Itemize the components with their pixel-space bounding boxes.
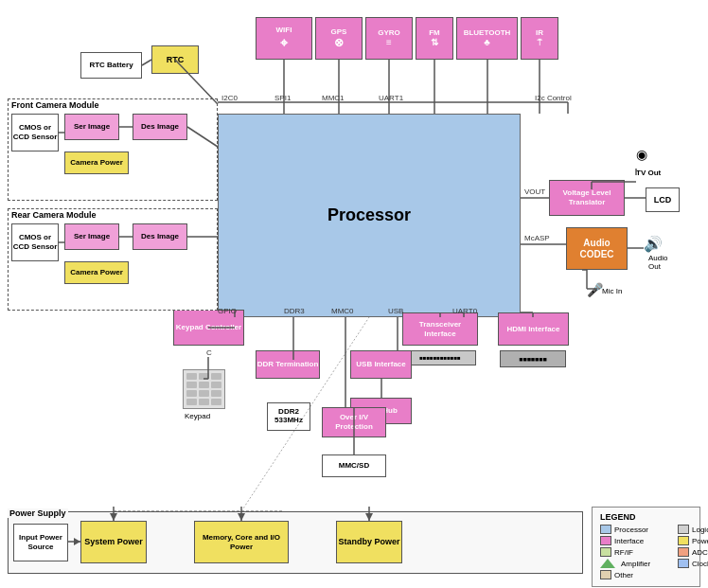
legend-interface: Interface — [600, 536, 666, 545]
input-power-block: Input Power Source — [13, 524, 68, 561]
svg-text:UART1: UART1 — [379, 94, 404, 102]
fm-block: FM ⇅ — [416, 17, 453, 60]
ir-block: IR ⍑ — [521, 17, 558, 60]
svg-text:SPI1: SPI1 — [274, 94, 292, 102]
legend-adcdac: ADC/DAC — [678, 547, 708, 557]
ser-image-front-label: Ser Image — [74, 122, 110, 132]
lcd-label: LCD — [654, 195, 672, 205]
transceiver-block: Transceiver Interface — [402, 312, 478, 346]
over-iv-label: Over I/V Protection — [323, 413, 385, 431]
fm-label: FM — [429, 28, 440, 37]
legend-amplifier: Amplifier — [600, 559, 666, 568]
system-power-label: System Power — [84, 537, 143, 547]
hdmi-interface-label: HDMI Interface — [506, 325, 559, 334]
front-camera-label: Front Camera Module — [11, 100, 99, 110]
ser-image-rear-label: Ser Image — [74, 232, 110, 241]
gyro-label: GYRO — [378, 28, 400, 37]
over-iv-block: Over I/V Protection — [322, 407, 386, 437]
camera-power-rear-block: Camera Power — [64, 261, 129, 284]
system-power-block: System Power — [80, 521, 147, 563]
lcd-block: LCD — [646, 187, 680, 212]
camera-power-front-label: Camera Power — [70, 158, 123, 168]
tv-icon: ◉ — [636, 147, 647, 162]
ddr-termination-block: DDR Termination — [256, 350, 320, 379]
legend-rfif-color — [600, 547, 611, 557]
audio-codec-label: Audio CODEC — [567, 238, 627, 260]
bluetooth-block: BLUETOOTH ♣ — [456, 17, 518, 60]
cmos-rear-block: CMOS or CCD Sensor — [11, 223, 59, 261]
des-image-rear-label: Des Image — [141, 232, 179, 241]
legend-adcdac-color — [678, 547, 689, 557]
legend-logic-color — [678, 525, 689, 534]
transceiver-label: Transceiver Interface — [403, 320, 477, 338]
cmos-rear-label: CMOS or CCD Sensor — [12, 233, 58, 251]
camera-power-front-block: Camera Power — [64, 151, 129, 174]
svg-text:I2C0: I2C0 — [221, 94, 238, 102]
gps-label: GPS — [331, 27, 347, 36]
camera-power-rear-label: Camera Power — [70, 268, 123, 277]
cmos-front-block: CMOS or CCD Sensor — [11, 114, 59, 151]
ser-image-front-block: Ser Image — [64, 114, 119, 140]
legend-logic: Logic — [678, 525, 708, 534]
des-image-rear-block: Des Image — [133, 223, 187, 250]
rtc-battery-label: RTC Battery — [89, 61, 133, 70]
amplifier-icon — [600, 559, 615, 568]
audio-out-label: AudioOut — [648, 254, 667, 271]
rear-camera-label: Rear Camera Module — [11, 210, 97, 220]
legend-title: LEGEND — [600, 512, 692, 522]
processor-label: Processor — [327, 205, 411, 226]
rtc-label: RTC — [167, 55, 185, 65]
voltage-level-label: Voltage Level Translator — [550, 188, 624, 206]
keypad-text-label: Keypad — [185, 412, 210, 420]
svg-text:VOUT: VOUT — [524, 187, 545, 196]
diagram: WIFI ⌖ GPS ⊗ GYRO ≡ FM ⇅ BLUETOOTH ♣ IR … — [0, 0, 708, 588]
cmos-front-label: CMOS or CCD Sensor — [12, 123, 58, 141]
gps-block: GPS ⊗ — [315, 17, 363, 60]
keypad-ctrl-label: Keypad Controller — [176, 323, 241, 332]
keypad-ctrl-block: Keypad Controller — [173, 310, 244, 346]
tv-out-label: TV Out — [636, 169, 661, 177]
des-image-front-label: Des Image — [141, 122, 179, 132]
legend-processor: Processor — [600, 525, 666, 534]
wifi-label: WIFI — [276, 26, 292, 34]
keypad-icon — [183, 369, 225, 409]
legend-row-4: Amplifier Clocks — [600, 559, 692, 568]
legend-power-color — [678, 536, 689, 545]
legend-interface-color — [600, 536, 611, 545]
svg-line-0 — [142, 60, 151, 65]
wifi-block: WIFI ⌖ — [256, 17, 312, 60]
speaker-icon: 🔊 — [644, 235, 663, 253]
svg-text:McASP: McASP — [524, 234, 550, 242]
ir-label: IR — [536, 28, 543, 37]
legend-row-1: Processor Logic — [600, 525, 692, 534]
memory-power-label: Memory, Core and I/O Power — [195, 533, 288, 551]
ddr2-label: DDR2 533MHz — [268, 408, 310, 425]
memory-power-block: Memory, Core and I/O Power — [194, 521, 289, 563]
voltage-level-block: Voltage Level Translator — [549, 180, 625, 216]
mic-in-label: Mic In — [602, 287, 622, 295]
ddr2-block: DDR2 533MHz — [267, 402, 310, 431]
processor-block: Processor — [218, 114, 521, 317]
des-image-front-block: Des Image — [133, 114, 187, 140]
standby-power-label: Standby Power — [338, 537, 399, 547]
standby-power-block: Standby Power — [336, 521, 402, 563]
gyro-block: GYRO ≡ — [365, 17, 413, 60]
legend-other: Other — [600, 570, 666, 579]
mmc-sd-label: MMC/SD — [339, 461, 369, 471]
legend-rfif: RF/IF — [600, 547, 666, 557]
legend-row-2: Interface Power — [600, 536, 692, 545]
transceiver-connector: ■■■■■■■■■■■■ — [404, 350, 476, 365]
mic-icon: 🎤 — [587, 282, 603, 297]
legend-clocks-color — [678, 559, 689, 568]
legend-power: Power — [678, 536, 708, 545]
hdmi-interface-block: HDMI Interface — [498, 312, 569, 346]
legend-clocks: Clocks — [678, 559, 708, 568]
usb-interface-label: USB Interface — [356, 360, 405, 369]
svg-text:MMC1: MMC1 — [322, 94, 345, 102]
legend-row-5: Other — [600, 570, 692, 579]
ddr-termination-label: DDR Termination — [257, 360, 319, 369]
legend-processor-color — [600, 525, 611, 534]
input-power-label: Input Power Source — [14, 533, 67, 551]
legend-other-color — [600, 570, 611, 579]
power-supply-label: Power Supply — [8, 508, 68, 518]
